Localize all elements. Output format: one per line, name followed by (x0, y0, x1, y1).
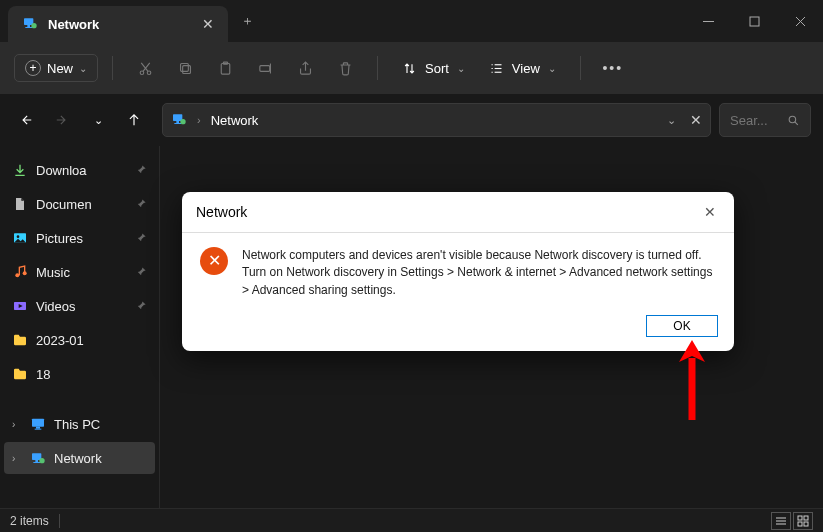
sort-icon (402, 61, 417, 76)
chevron-right-icon: › (12, 453, 22, 464)
sidebar-item-18[interactable]: 18 (4, 358, 155, 390)
sort-button[interactable]: Sort ⌄ (392, 55, 475, 82)
chevron-right-icon: › (12, 419, 22, 430)
search-input[interactable] (730, 113, 781, 128)
chevron-down-icon: ⌄ (548, 63, 556, 74)
nav-up[interactable] (120, 106, 148, 134)
pictures-icon (12, 230, 28, 246)
svg-rect-35 (35, 429, 42, 430)
svg-rect-37 (35, 460, 38, 462)
svg-rect-46 (804, 522, 808, 526)
tab-close-button[interactable]: ✕ (200, 16, 216, 32)
svg-rect-24 (174, 123, 181, 124)
sort-label: Sort (425, 61, 449, 76)
svg-point-3 (31, 23, 36, 28)
network-icon (30, 450, 46, 466)
svg-rect-2 (25, 27, 32, 28)
svg-rect-1 (27, 25, 30, 27)
dialog-message: Network computers and devices aren't vis… (242, 247, 716, 299)
toolbar: + New ⌄ Sort ⌄ View ⌄ ••• (0, 42, 823, 94)
more-button[interactable]: ••• (595, 60, 631, 76)
svg-point-39 (39, 458, 44, 463)
maximize-button[interactable] (731, 0, 777, 42)
nav-row: ⌄ › Network ⌄ ✕ (0, 94, 823, 146)
nav-history[interactable]: ⌄ (84, 106, 112, 134)
pin-icon (136, 163, 147, 178)
svg-rect-43 (798, 516, 802, 520)
new-button[interactable]: + New ⌄ (14, 54, 98, 82)
address-bar[interactable]: › Network ⌄ ✕ (162, 103, 711, 137)
sidebar-item-downloads[interactable]: Downloa (4, 154, 155, 186)
dialog-titlebar: Network ✕ (182, 192, 734, 233)
share-button[interactable] (287, 50, 323, 86)
rename-button[interactable] (247, 50, 283, 86)
chevron-down-icon: ⌄ (457, 63, 465, 74)
pin-icon (136, 197, 147, 212)
sidebar-item-label: This PC (54, 417, 100, 432)
sidebar-item-pictures[interactable]: Pictures (4, 222, 155, 254)
cut-button[interactable] (127, 50, 163, 86)
pin-icon (136, 299, 147, 314)
chevron-down-icon[interactable]: ⌄ (667, 114, 676, 127)
search-icon (787, 114, 800, 127)
error-icon: ✕ (200, 247, 228, 275)
nav-back[interactable] (12, 106, 40, 134)
separator (59, 514, 60, 528)
close-button[interactable] (777, 0, 823, 42)
sidebar-item-this-pc[interactable]: › This PC (4, 408, 155, 440)
breadcrumb-separator: › (197, 114, 201, 126)
ok-button[interactable]: OK (646, 315, 718, 337)
sidebar-item-videos[interactable]: Videos (4, 290, 155, 322)
svg-rect-45 (798, 522, 802, 526)
status-item-count: 2 items (10, 514, 49, 528)
minimize-button[interactable] (685, 0, 731, 42)
sidebar-item-2023-01[interactable]: 2023-01 (4, 324, 155, 356)
new-button-label: New (47, 61, 73, 76)
sidebar-item-label: Downloa (36, 163, 87, 178)
sidebar-item-label: Documen (36, 197, 92, 212)
dialog-close-button[interactable]: ✕ (700, 202, 720, 222)
chevron-down-icon: ⌄ (79, 63, 87, 74)
svg-point-8 (140, 70, 144, 74)
breadcrumb-network[interactable]: Network (211, 113, 259, 128)
pc-icon (30, 416, 46, 432)
svg-point-26 (789, 116, 796, 123)
refresh-stop-button[interactable]: ✕ (690, 112, 702, 128)
svg-rect-38 (33, 462, 40, 463)
network-icon (22, 15, 38, 34)
delete-button[interactable] (327, 50, 363, 86)
network-icon (171, 111, 187, 130)
titlebar: Network ✕ ＋ (0, 0, 823, 42)
svg-rect-33 (32, 419, 44, 427)
folder-icon (12, 366, 28, 382)
thumbnails-view-button[interactable] (793, 512, 813, 530)
nav-forward[interactable] (48, 106, 76, 134)
svg-point-31 (23, 271, 27, 275)
svg-rect-10 (182, 65, 190, 73)
tab-network[interactable]: Network ✕ (8, 6, 228, 42)
sidebar-item-label: Network (54, 451, 102, 466)
svg-rect-5 (750, 17, 759, 26)
sidebar-item-label: 2023-01 (36, 333, 84, 348)
download-icon (12, 162, 28, 178)
details-view-button[interactable] (771, 512, 791, 530)
sidebar-item-label: Pictures (36, 231, 83, 246)
sidebar-item-music[interactable]: Music (4, 256, 155, 288)
view-icon (489, 61, 504, 76)
new-tab-button[interactable]: ＋ (232, 6, 262, 36)
separator (377, 56, 378, 80)
svg-point-9 (147, 70, 151, 74)
dialog-footer: OK (182, 305, 734, 351)
search-box[interactable] (719, 103, 811, 137)
music-icon (12, 264, 28, 280)
window-controls (685, 0, 823, 42)
separator (112, 56, 113, 80)
view-button[interactable]: View ⌄ (479, 55, 566, 82)
sidebar-item-network[interactable]: › Network (4, 442, 155, 474)
sidebar-item-documents[interactable]: Documen (4, 188, 155, 220)
svg-point-29 (17, 235, 20, 238)
svg-rect-12 (221, 63, 230, 74)
separator (580, 56, 581, 80)
copy-button[interactable] (167, 50, 203, 86)
paste-button[interactable] (207, 50, 243, 86)
